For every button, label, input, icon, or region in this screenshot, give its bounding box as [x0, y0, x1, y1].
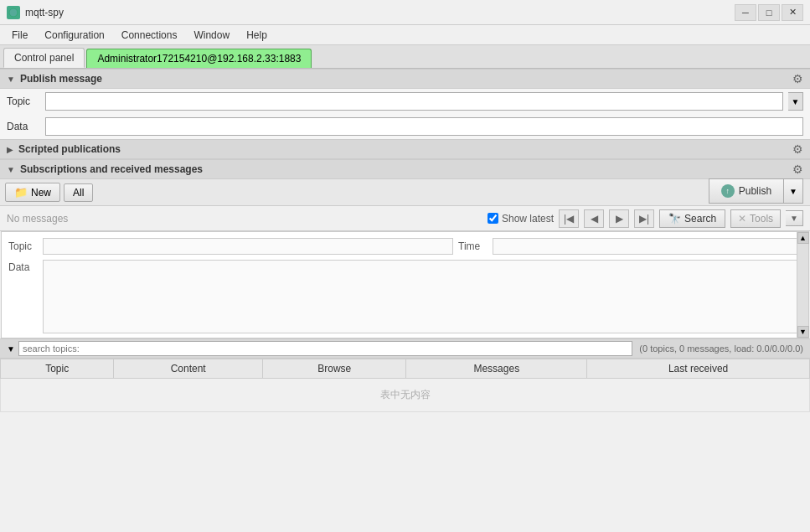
sub-section-title: Subscriptions and received messages [20, 163, 792, 175]
search-button[interactable]: 🔭 Search [659, 209, 725, 228]
tab-connection[interactable]: Administrator172154210@192.168.2.33:1883 [86, 49, 312, 68]
summary-section: ▼ (0 topics, 0 messages, load: 0.0/0.0/0… [0, 338, 810, 412]
all-subscriptions-button[interactable]: All [64, 183, 93, 202]
maximize-button[interactable]: □ [758, 4, 780, 21]
summary-search-input[interactable] [18, 341, 632, 356]
titlebar: mqtt-spy ─ □ ✕ [0, 0, 810, 25]
close-button[interactable]: ✕ [782, 4, 803, 21]
tools-dropdown-btn[interactable]: ▼ [786, 210, 803, 226]
app-title: mqtt-spy [25, 7, 735, 18]
nav-next-button[interactable]: ▶ [609, 209, 629, 228]
summary-header: ▼ (0 topics, 0 messages, load: 0.0/0.0/0… [0, 338, 810, 359]
topic-input[interactable] [45, 92, 783, 111]
scripted-section-header[interactable]: ▶ Scripted publications ⚙ [0, 139, 810, 159]
minimize-button[interactable]: ─ [735, 4, 756, 21]
tools-button[interactable]: ✕ Tools [730, 209, 781, 228]
msg-topic-input[interactable] [43, 238, 453, 255]
show-latest-checkbox[interactable] [488, 213, 498, 224]
menu-connections[interactable]: Connections [113, 27, 186, 44]
show-latest-label[interactable]: Show latest [488, 213, 554, 225]
topic-label: Topic [7, 96, 40, 107]
publish-icon: ↑ [721, 184, 735, 198]
table-empty-row: 表中无内容 [1, 379, 810, 412]
data-input[interactable] [45, 117, 803, 136]
scripted-section: ▶ Scripted publications ⚙ [0, 139, 810, 159]
sub-gear-icon[interactable]: ⚙ [792, 163, 803, 176]
new-subscription-button[interactable]: 📁 New [5, 183, 60, 202]
summary-table: Topic Content Browse Messages Last recei… [0, 359, 810, 412]
publish-dropdown-btn[interactable]: ▼ [784, 178, 803, 204]
window-controls: ─ □ ✕ [735, 4, 803, 21]
menu-help[interactable]: Help [238, 27, 276, 44]
msg-data-label: Data [8, 260, 38, 333]
data-label: Data [7, 121, 40, 132]
scroll-up-btn[interactable]: ▲ [797, 232, 809, 244]
menu-window[interactable]: Window [185, 27, 238, 44]
folder-icon: 📁 [14, 186, 28, 199]
publish-gear-icon[interactable]: ⚙ [792, 72, 803, 85]
tab-control-panel[interactable]: Control panel [3, 48, 85, 68]
detail-scrollbar[interactable]: ▲ ▼ [797, 232, 808, 338]
main-content: ▼ Publish message ⚙ Topic ▼ ↑ Publish ▼ … [0, 69, 810, 412]
publish-collapse-icon: ▼ [7, 75, 15, 84]
menubar: File Configuration Connections Window He… [0, 25, 810, 45]
binoculars-icon: 🔭 [668, 213, 681, 225]
topic-dropdown-btn[interactable]: ▼ [788, 92, 803, 111]
publish-button[interactable]: ↑ Publish [709, 178, 784, 204]
table-header-row: Topic Content Browse Messages Last recei… [1, 359, 810, 379]
message-data-row: Data [8, 257, 802, 336]
nav-last-button[interactable]: ▶| [634, 209, 654, 228]
publish-section: ▼ Publish message ⚙ Topic ▼ ↑ Publish ▼ … [0, 69, 810, 139]
nav-prev-button[interactable]: ◀ [584, 209, 604, 228]
topic-row: Topic ▼ ↑ Publish ▼ [0, 89, 810, 114]
msg-data-content [43, 260, 802, 333]
sub-collapse-icon: ▼ [7, 165, 15, 174]
msg-topic-label: Topic [8, 240, 38, 252]
scripted-section-title: Scripted publications [18, 143, 792, 155]
sub-section-header[interactable]: ▼ Subscriptions and received messages ⚙ [0, 159, 810, 179]
scroll-down-btn[interactable]: ▼ [797, 326, 809, 338]
col-browse: Browse [262, 359, 406, 379]
no-messages-label: No messages [7, 213, 482, 225]
col-last-received: Last received [587, 359, 810, 379]
menu-file[interactable]: File [3, 27, 36, 44]
app-icon [7, 6, 20, 19]
col-content: Content [114, 359, 263, 379]
msg-time-label: Time [458, 240, 488, 252]
tabbar: Control panel Administrator172154210@192… [0, 45, 810, 69]
scripted-collapse-icon: ▶ [7, 145, 13, 154]
subscriptions-section: ▼ Subscriptions and received messages ⚙ … [0, 159, 810, 338]
summary-collapse-icon[interactable]: ▼ [7, 344, 15, 354]
publish-section-header[interactable]: ▼ Publish message ⚙ [0, 69, 810, 89]
scripted-gear-icon[interactable]: ⚙ [792, 142, 803, 156]
message-topic-row: Topic Time [8, 235, 802, 257]
col-messages: Messages [406, 359, 587, 379]
nav-first-button[interactable]: |◀ [559, 209, 579, 228]
publish-fields: Topic ▼ ↑ Publish ▼ Data [0, 89, 810, 139]
tools-icon: ✕ [738, 213, 746, 225]
menu-configuration[interactable]: Configuration [36, 27, 112, 44]
messages-area: No messages Show latest |◀ ◀ ▶ ▶| 🔭 Sear… [0, 206, 810, 338]
message-detail-panel: Topic Time Data ▲ ▼ [1, 231, 809, 338]
sub-toolbar: 📁 New All [0, 179, 810, 206]
summary-stats: (0 topics, 0 messages, load: 0.0/0.0/0.0… [639, 343, 803, 354]
svg-point-0 [9, 8, 18, 17]
publish-section-title: Publish message [20, 73, 792, 85]
data-row: Data [0, 114, 810, 139]
msg-time-input[interactable] [493, 238, 802, 255]
empty-text: 表中无内容 [1, 379, 810, 412]
col-topic: Topic [1, 359, 114, 379]
messages-toolbar: No messages Show latest |◀ ◀ ▶ ▶| 🔭 Sear… [0, 206, 810, 231]
